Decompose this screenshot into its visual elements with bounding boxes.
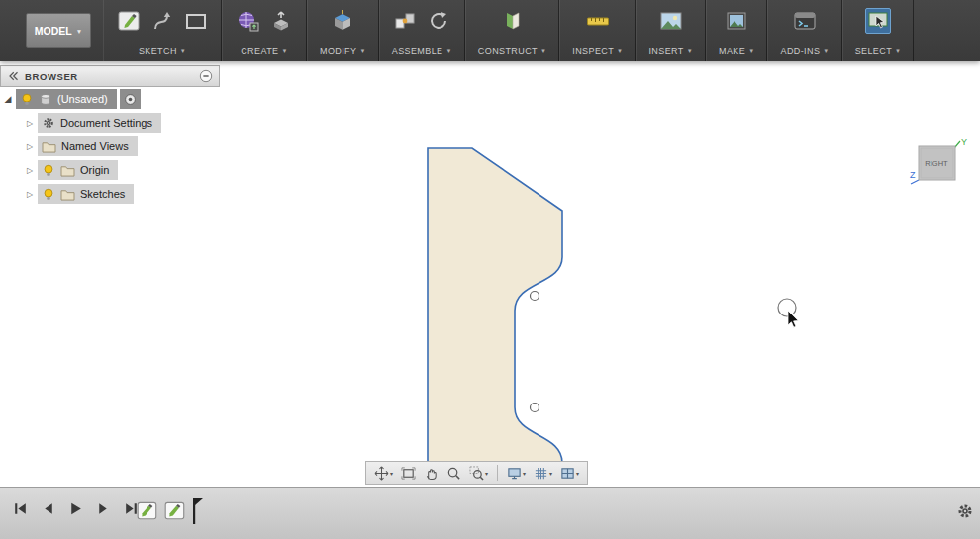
circular-arrows-icon: [427, 9, 450, 33]
panel-menu-icon[interactable]: [199, 69, 213, 83]
collapsed-triangle-icon[interactable]: ▷: [22, 119, 38, 128]
project-geometry-button[interactable]: [149, 8, 175, 34]
sketch-hole-bottom[interactable]: [531, 404, 539, 412]
inspect-menu-label: INSPECT: [572, 46, 614, 56]
step-forward-icon: [95, 500, 112, 517]
toolbar-group-create: CREATE ▼: [222, 0, 307, 61]
toolbar-group-make: MAKE ▼: [706, 0, 767, 61]
browser-item-label: Named Views: [61, 140, 129, 152]
create-form-button[interactable]: [235, 8, 260, 34]
toolbar-group-sketch: SKETCH ▼: [103, 0, 222, 61]
press-pull-button[interactable]: [330, 8, 355, 34]
toolbar-group-select: SELECT ▼: [842, 0, 915, 61]
workspace-label: MODEL: [35, 25, 72, 37]
play-button[interactable]: [67, 500, 84, 517]
grid-snap-button[interactable]: ▾: [531, 464, 555, 483]
browser-item-named-views[interactable]: Named Views: [38, 136, 138, 156]
assemble-menu[interactable]: ASSEMBLE ▼: [392, 46, 452, 56]
scripts-addins-button[interactable]: [792, 8, 818, 34]
modify-menu[interactable]: MODIFY ▼: [320, 46, 366, 56]
rectangle-icon: [184, 9, 208, 33]
select-cursor-icon: [866, 9, 890, 33]
select-tool-button[interactable]: [865, 8, 891, 34]
select-menu[interactable]: SELECT ▼: [855, 46, 902, 56]
timeline-features: [137, 498, 204, 528]
browser-header: BROWSER: [0, 65, 220, 87]
sketch-menu[interactable]: SKETCH ▼: [139, 46, 186, 56]
sketch-rectangle-button[interactable]: [183, 8, 209, 34]
viewports-icon: [560, 466, 575, 481]
construction-plane-button[interactable]: [500, 8, 526, 34]
view-cube[interactable]: RIGHT Y Z: [909, 136, 968, 192]
timeline-settings-button[interactable]: [956, 502, 974, 524]
make-menu-label: MAKE: [719, 46, 745, 56]
step-forward-button[interactable]: [95, 500, 112, 517]
navigation-bar: ▾ ▾: [365, 461, 588, 485]
fit-view-button[interactable]: [398, 464, 419, 483]
chevron-down-icon: ▼: [823, 48, 829, 54]
inspect-menu[interactable]: INSPECT ▼: [572, 46, 623, 56]
collapse-panel-icon[interactable]: [7, 70, 19, 82]
timeline-feature-sketch1[interactable]: [137, 498, 158, 526]
workspace-switcher[interactable]: MODEL ▼: [26, 13, 91, 48]
folder-icon: [60, 188, 75, 201]
toolbar-group-assemble: ASSEMBLE ▼: [379, 0, 465, 61]
browser-root-item[interactable]: (Unsaved): [16, 89, 117, 109]
fit-box-icon: [401, 466, 416, 481]
sketch-hole-top[interactable]: [531, 292, 539, 301]
orbit-button[interactable]: ▾: [371, 464, 396, 483]
zoom-button[interactable]: [443, 464, 464, 483]
ruler-icon: [586, 9, 610, 33]
viewcube-face-label: RIGHT: [925, 159, 948, 168]
collapsed-triangle-icon[interactable]: ▷: [22, 142, 38, 151]
create-extrude-button[interactable]: [268, 8, 294, 34]
chevron-down-icon: ▼: [687, 48, 693, 54]
browser-row-named-views: ▷ Named Views: [0, 135, 220, 158]
component-body-icon: [39, 92, 52, 106]
browser-item-origin[interactable]: Origin: [38, 160, 118, 180]
display-settings-button[interactable]: ▾: [504, 464, 529, 483]
step-back-button[interactable]: [40, 500, 56, 517]
create-menu-label: CREATE: [241, 46, 278, 56]
print-preview-icon: [725, 9, 748, 33]
toolbar-group-construct: CONSTRUCT ▼: [465, 0, 559, 61]
insert-menu-label: INSERT: [648, 46, 683, 56]
monitor-icon: [507, 466, 522, 481]
sketch-profile-shape[interactable]: [428, 148, 562, 475]
press-pull-icon: [331, 9, 354, 33]
browser-item-document-settings[interactable]: Document Settings: [38, 113, 161, 133]
new-component-button[interactable]: [392, 8, 418, 34]
insert-image-button[interactable]: [658, 8, 684, 34]
expand-triangle-icon[interactable]: ◢: [0, 94, 16, 104]
timeline-feature-sketch2[interactable]: [164, 498, 186, 526]
go-to-start-button[interactable]: [12, 500, 29, 517]
toolbar-group-insert: INSERT ▼: [636, 0, 706, 61]
measure-button[interactable]: [585, 8, 611, 34]
visibility-bulb-icon[interactable]: [20, 92, 34, 106]
timeline-position-marker[interactable]: [192, 498, 204, 528]
sketch-menu-label: SKETCH: [139, 46, 177, 56]
activate-component-radio[interactable]: [120, 89, 141, 109]
gear-icon: [42, 116, 55, 130]
folder-icon: [60, 164, 75, 177]
motion-study-button[interactable]: [426, 8, 451, 34]
pan-button[interactable]: [421, 464, 441, 483]
create-sketch-button[interactable]: [116, 8, 142, 34]
viewports-button[interactable]: ▾: [557, 464, 582, 483]
create-menu[interactable]: CREATE ▼: [241, 46, 288, 56]
collapsed-triangle-icon[interactable]: ▷: [22, 166, 38, 175]
insert-menu[interactable]: INSERT ▼: [648, 46, 693, 56]
visibility-bulb-icon[interactable]: [42, 187, 55, 201]
addins-menu[interactable]: ADD-INS ▼: [780, 46, 829, 56]
browser-item-sketches[interactable]: Sketches: [38, 184, 134, 204]
zoom-window-button[interactable]: ▾: [466, 464, 491, 483]
mouse-cursor: [772, 295, 812, 338]
visibility-bulb-icon[interactable]: [42, 163, 55, 177]
browser-title: BROWSER: [25, 71, 193, 82]
folder-icon: [42, 140, 56, 153]
make-button[interactable]: [724, 8, 749, 34]
construct-menu[interactable]: CONSTRUCT ▼: [478, 46, 546, 56]
spline-arrow-icon: [150, 9, 174, 33]
collapsed-triangle-icon[interactable]: ▷: [22, 190, 38, 199]
make-menu[interactable]: MAKE ▼: [719, 46, 754, 56]
